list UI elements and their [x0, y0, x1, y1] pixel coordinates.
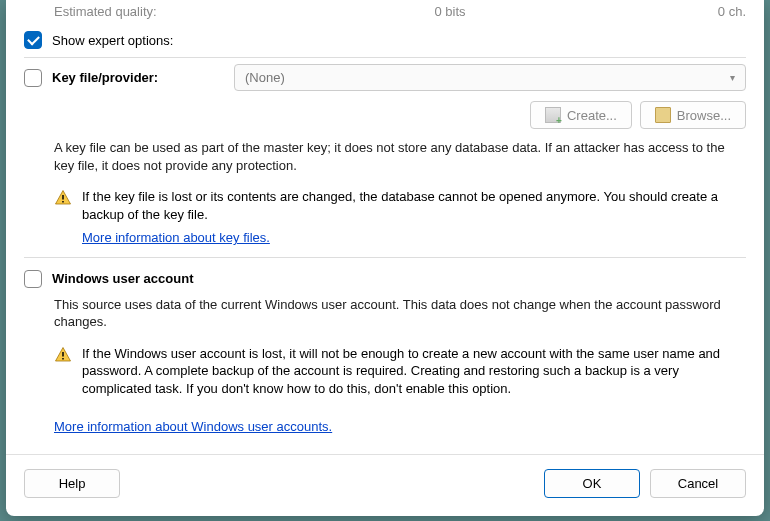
svg-rect-2 [62, 352, 64, 357]
windows-account-more-info-link[interactable]: More information about Windows user acco… [54, 419, 332, 434]
keyfile-row: Key file/provider: (None) ▾ [24, 64, 746, 91]
ok-button[interactable]: OK [544, 469, 640, 498]
create-file-icon [545, 107, 561, 123]
keyfile-label: Key file/provider: [52, 70, 222, 85]
estimated-quality-label: Estimated quality: [24, 4, 224, 19]
windows-account-description: This source uses data of the current Win… [24, 294, 746, 341]
warning-icon [54, 346, 72, 364]
master-key-dialog: Estimated quality: 0 bits 0 ch. Show exp… [6, 0, 764, 516]
windows-account-checkbox[interactable] [24, 270, 42, 288]
browse-keyfile-button[interactable]: Browse... [640, 101, 746, 129]
cancel-button[interactable]: Cancel [650, 469, 746, 498]
dialog-footer: Help OK Cancel [6, 454, 764, 516]
svg-rect-0 [62, 195, 64, 200]
expert-options-row[interactable]: Show expert options: [24, 25, 746, 55]
warning-icon [54, 189, 72, 207]
divider [24, 257, 746, 258]
browse-button-label: Browse... [677, 108, 731, 123]
keyfile-warning: If the key file is lost or its contents … [24, 184, 746, 255]
create-keyfile-button[interactable]: Create... [530, 101, 632, 129]
estimated-quality-chars: 0 ch. [676, 4, 746, 19]
expert-options-checkbox[interactable] [24, 31, 42, 49]
svg-rect-1 [62, 201, 64, 203]
windows-account-warning-text: If the Windows user account is lost, it … [82, 345, 746, 398]
windows-account-row[interactable]: Windows user account [24, 264, 746, 294]
keyfile-description: A key file can be used as part of the ma… [24, 137, 746, 184]
chevron-down-icon: ▾ [730, 72, 735, 83]
create-button-label: Create... [567, 108, 617, 123]
folder-icon [655, 107, 671, 123]
help-button[interactable]: Help [24, 469, 120, 498]
svg-rect-3 [62, 358, 64, 360]
estimated-quality-row: Estimated quality: 0 bits 0 ch. [24, 0, 746, 25]
expert-options-label: Show expert options: [52, 33, 173, 48]
divider [24, 57, 746, 58]
estimated-quality-value: 0 bits [224, 4, 676, 19]
windows-account-label: Windows user account [52, 271, 193, 286]
windows-account-warning: If the Windows user account is lost, it … [24, 341, 746, 406]
keyfile-button-row: Create... Browse... [24, 91, 746, 137]
keyfile-more-info-link[interactable]: More information about key files. [82, 229, 270, 247]
keyfile-warning-text: If the key file is lost or its contents … [82, 188, 746, 247]
keyfile-dropdown-value: (None) [245, 70, 285, 85]
keyfile-checkbox[interactable] [24, 69, 42, 87]
keyfile-dropdown[interactable]: (None) ▾ [234, 64, 746, 91]
